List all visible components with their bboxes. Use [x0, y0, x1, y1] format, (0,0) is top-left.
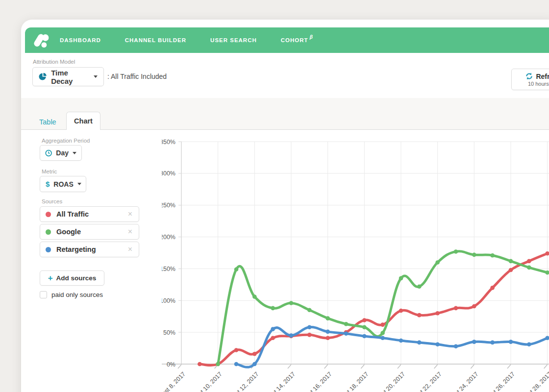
svg-text:300%: 300%: [162, 170, 175, 177]
svg-text:200%: 200%: [162, 234, 175, 241]
svg-text:350%: 350%: [162, 139, 175, 146]
source-color-dot: [46, 212, 51, 217]
source-chip-all-traffic[interactable]: All Traffic ×: [40, 206, 139, 222]
attribution-suffix: : All Traffic Included: [107, 73, 167, 80]
cohort-beta-badge: β: [310, 34, 313, 40]
refresh-ago-text: 10 hours ago: [528, 81, 549, 87]
remove-source-icon[interactable]: ×: [127, 245, 133, 254]
svg-text:August 26, 2017: August 26, 2017: [480, 370, 516, 392]
svg-text:August 8, 2017: August 8, 2017: [162, 370, 187, 392]
svg-text:August 18, 2017: August 18, 2017: [333, 370, 370, 392]
chart-canvas: 0%50%100%150%200%250%300%350%August 8, 2…: [162, 137, 549, 392]
chevron-down-icon: [77, 183, 81, 185]
attribution-model-label: Attribution Model: [33, 59, 75, 65]
svg-text:August 16, 2017: August 16, 2017: [297, 370, 333, 392]
sources-label: Sources: [42, 198, 62, 204]
aggregation-period-dropdown[interactable]: Day: [40, 145, 82, 161]
nav-menu: DASHBOARD CHANNEL BUILDER USER SEARCH CO…: [60, 37, 313, 43]
nav-item-channel-builder[interactable]: CHANNEL BUILDER: [125, 37, 186, 43]
clock-icon: [45, 149, 52, 157]
svg-text:August 28, 2017: August 28, 2017: [517, 370, 549, 392]
source-name: Retargeting: [56, 245, 127, 253]
svg-text:August 14, 2017: August 14, 2017: [260, 370, 297, 392]
tab-chart[interactable]: Chart: [66, 112, 100, 130]
metric-label: Metric: [42, 169, 57, 174]
nav-item-user-search[interactable]: USER SEARCH: [210, 37, 257, 43]
svg-text:0%: 0%: [167, 361, 175, 368]
app-window: DASHBOARD CHANNEL BUILDER USER SEARCH CO…: [21, 20, 549, 392]
svg-text:August 10, 2017: August 10, 2017: [187, 370, 224, 392]
roas-line-chart: 0%50%100%150%200%250%300%350%August 8, 2…: [162, 137, 549, 392]
svg-text:August 12, 2017: August 12, 2017: [224, 370, 260, 392]
add-sources-label: Add sources: [56, 274, 97, 282]
paid-only-sources-row: paid only sources: [40, 291, 103, 298]
add-sources-button[interactable]: + Add sources: [40, 270, 104, 286]
pie-chart-icon: [39, 73, 47, 81]
source-name: All Traffic: [56, 210, 127, 218]
attribution-model-dropdown[interactable]: Time Decay: [32, 67, 104, 86]
remove-source-icon[interactable]: ×: [127, 227, 133, 237]
nav-item-dashboard[interactable]: DASHBOARD: [60, 37, 101, 43]
dollar-icon: $: [46, 180, 50, 188]
refresh-icon: [525, 73, 533, 80]
source-color-dot: [46, 247, 51, 252]
svg-text:100%: 100%: [162, 297, 175, 304]
svg-text:50%: 50%: [163, 329, 175, 336]
plus-icon: +: [48, 274, 53, 282]
source-name: Google: [56, 228, 127, 236]
nav-item-cohort[interactable]: COHORTβ: [281, 37, 313, 43]
metric-dropdown[interactable]: $ ROAS: [40, 176, 86, 192]
source-chip-google[interactable]: Google ×: [40, 224, 139, 240]
svg-text:August 20, 2017: August 20, 2017: [370, 370, 406, 392]
attribution-model-value: Time Decay: [51, 69, 90, 85]
svg-text:250%: 250%: [162, 202, 175, 209]
svg-text:August 22, 2017: August 22, 2017: [407, 370, 443, 392]
chevron-down-icon: [73, 152, 76, 154]
aggregation-period-value: Day: [56, 149, 69, 157]
svg-text:August 24, 2017: August 24, 2017: [443, 370, 479, 392]
remove-source-icon[interactable]: ×: [127, 209, 133, 219]
paid-only-checkbox[interactable]: [40, 291, 47, 298]
source-chip-retargeting[interactable]: Retargeting ×: [40, 242, 139, 257]
top-navbar: DASHBOARD CHANNEL BUILDER USER SEARCH CO…: [25, 27, 549, 53]
metric-value: ROAS: [53, 180, 73, 188]
aggregation-period-label: Aggregation Period: [42, 138, 90, 144]
chevron-down-icon: [94, 75, 98, 78]
paid-only-label: paid only sources: [51, 291, 103, 298]
refresh-button[interactable]: Refresh 10 hours ago: [511, 69, 549, 90]
tab-table[interactable]: Table: [39, 115, 56, 130]
app-logo-icon[interactable]: [32, 32, 49, 49]
source-color-dot: [46, 229, 51, 235]
refresh-label: Refresh: [536, 73, 549, 80]
svg-text:150%: 150%: [162, 266, 175, 272]
